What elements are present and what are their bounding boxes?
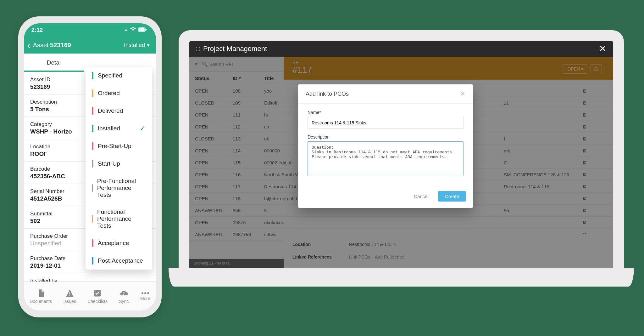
status-option-specified[interactable]: Specified <box>86 67 152 84</box>
asset-title: Asset 523169 <box>33 42 71 49</box>
status-color-bar <box>92 215 93 223</box>
add-link-modal: Add link to PCOs ✕ Name* Description <box>298 84 473 208</box>
status-color-bar <box>92 89 93 97</box>
name-field-label: Name* <box>308 110 464 115</box>
nav-bar: ‹ Asset 523169 Installed ▾ <box>24 37 156 54</box>
checkmark-icon: ✓ <box>140 124 145 133</box>
close-icon[interactable]: ✕ <box>599 43 606 54</box>
status-color-bar <box>92 72 93 79</box>
status-option-label: Pre-Start-Up <box>98 143 131 150</box>
cancel-button[interactable]: Cancel <box>407 191 436 202</box>
detail-row-installed-by[interactable]: Installed by Mike's Mechanical✎ <box>24 273 156 282</box>
bottom-nav-checklists[interactable]: Checklists <box>87 289 108 304</box>
status-option-label: Delivered <box>98 107 123 114</box>
pm-body: ▾ 🔍 Search RFI Export ▾ Status ID ^ Titl… <box>189 57 613 268</box>
status-option-label: Post-Acceptance <box>98 257 143 264</box>
status-option-label: Pre-Functional Performance Tests <box>97 178 146 198</box>
description-field-label: Description <box>308 134 464 140</box>
bottom-nav-label: More <box>140 296 150 301</box>
status-option-post-acceptance[interactable]: Post-Acceptance <box>86 252 152 270</box>
bottom-nav-label: Checklists <box>87 299 108 304</box>
status-color-bar <box>92 107 93 115</box>
documents-icon <box>30 289 52 298</box>
detail-label: Installed by <box>30 278 150 282</box>
svg-rect-2 <box>146 29 147 31</box>
bottom-nav: Documents Issues Checklists Sync More <box>24 282 156 310</box>
laptop-screen: ✕ Project Management ▾ 🔍 Search RFI Expo… <box>189 41 613 268</box>
status-color-bar <box>92 125 93 132</box>
svg-rect-4 <box>69 295 70 296</box>
status-icons: ▪▪ <box>125 27 147 33</box>
status-option-ordered[interactable]: Ordered <box>86 84 152 102</box>
laptop-bezel: ✕ Project Management ▾ 🔍 Search RFI Expo… <box>179 30 624 268</box>
more-icon <box>140 292 150 295</box>
name-input[interactable] <box>308 117 464 129</box>
status-color-bar <box>92 142 93 150</box>
grip-icon <box>196 47 200 51</box>
sync-icon <box>119 289 129 298</box>
svg-rect-3 <box>69 292 70 294</box>
caret-down-icon: ▾ <box>147 42 150 48</box>
status-option-label: Start-Up <box>98 160 120 167</box>
status-option-acceptance[interactable]: Acceptance <box>86 234 152 252</box>
status-option-label: Acceptance <box>98 240 129 247</box>
bottom-nav-label: Sync <box>119 299 129 304</box>
issues-icon <box>63 289 76 298</box>
status-option-start-up[interactable]: Start-Up <box>86 155 152 173</box>
pencil-icon[interactable]: ✎ <box>145 281 150 282</box>
current-status-label: Installed <box>124 42 145 48</box>
status-option-label: Specified <box>98 72 122 79</box>
status-option-label: Functional Performance Tests <box>97 208 146 229</box>
status-color-bar <box>92 257 93 265</box>
checklists-icon <box>87 289 108 298</box>
status-bar: 2:12 ▪▪ <box>24 23 156 37</box>
svg-point-8 <box>147 292 149 294</box>
status-color-bar <box>92 239 93 247</box>
create-button[interactable]: Create <box>438 191 466 202</box>
status-color-bar <box>92 160 93 168</box>
status-option-label: Ordered <box>98 90 120 97</box>
svg-point-7 <box>144 292 146 294</box>
status-option-installed[interactable]: Installed✓ <box>86 120 152 137</box>
laptop-frame: ✕ Project Management ▾ 🔍 Search RFI Expo… <box>179 30 624 287</box>
laptop-base <box>169 268 634 287</box>
app-title: Project Management <box>203 45 267 53</box>
bottom-nav-sync[interactable]: Sync <box>119 289 129 304</box>
battery-icon <box>138 27 147 33</box>
signal-icon: ▪▪ <box>125 27 128 32</box>
clock: 2:12 <box>31 27 43 33</box>
phone-frame: 2:12 ▪▪ ‹ Asset 523169 Installed <box>18 16 162 317</box>
status-option-pre-functional-performance-tests[interactable]: Pre-Functional Performance Tests <box>86 173 152 203</box>
status-option-label: Installed <box>98 125 120 132</box>
phone-screen: 2:12 ▪▪ ‹ Asset 523169 Installed <box>24 23 156 310</box>
modal-close-icon[interactable]: ✕ <box>460 90 465 98</box>
bottom-nav-label: Issues <box>63 299 76 304</box>
description-textarea[interactable] <box>308 141 464 176</box>
back-button[interactable]: ‹ <box>27 40 31 50</box>
status-dropdown-trigger[interactable]: Installed ▾ <box>124 42 150 48</box>
svg-point-6 <box>142 292 143 294</box>
bottom-nav-issues[interactable]: Issues <box>63 289 76 304</box>
status-option-delivered[interactable]: Delivered <box>86 102 152 120</box>
bottom-nav-documents[interactable]: Documents <box>30 289 52 304</box>
svg-rect-1 <box>139 28 145 31</box>
app-header: Project Management <box>189 41 613 57</box>
status-option-pre-start-up[interactable]: Pre-Start-Up <box>86 137 152 155</box>
wifi-icon <box>130 27 136 33</box>
tab-details[interactable]: Detai <box>24 54 84 72</box>
bottom-nav-more[interactable]: More <box>140 292 150 301</box>
status-color-bar <box>92 184 93 192</box>
status-option-functional-performance-tests[interactable]: Functional Performance Tests <box>86 203 152 234</box>
bottom-nav-label: Documents <box>30 299 52 304</box>
status-menu[interactable]: Specified Ordered Delivered Installed✓ P… <box>86 67 152 270</box>
modal-title: Add link to PCOs <box>306 91 349 97</box>
